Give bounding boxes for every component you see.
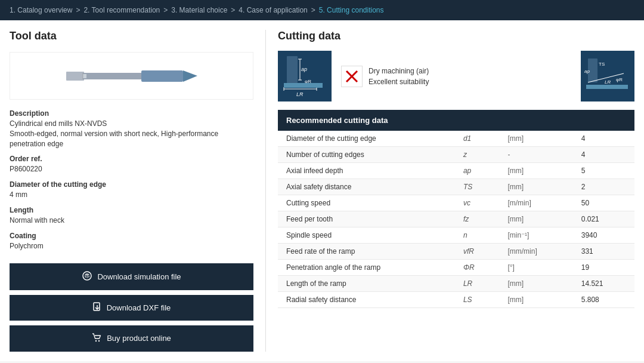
x-icon <box>341 66 363 87</box>
param-symbol: ΦR <box>455 260 500 276</box>
table-row: Radial safety distance LS [mm] 5.808 <box>278 292 634 308</box>
breadcrumb-item-5[interactable]: 5. Cutting conditions <box>319 6 384 14</box>
param-name: Length of the ramp <box>278 276 455 292</box>
param-unit: [m/min] <box>499 195 572 211</box>
param-value: 331 <box>573 244 634 260</box>
breadcrumb-sep-4: > <box>311 6 315 14</box>
ramp-diagram: TS LR ap φR <box>583 53 632 100</box>
download-simulation-label: Download simulation file <box>97 272 181 281</box>
table-row: Spindle speed n [min⁻¹] 3940 <box>278 227 634 244</box>
param-name: Diameter of the cutting edge <box>278 131 455 147</box>
svg-text:LR: LR <box>605 79 611 85</box>
simulation-icon: 3D <box>82 270 92 283</box>
order-value: P8600220 <box>10 164 253 174</box>
param-value: 4 <box>573 147 634 163</box>
download-simulation-button[interactable]: 3D Download simulation file <box>10 263 253 290</box>
cutting-diagram-1: ap LR φR <box>278 51 332 101</box>
order-label: Order ref. <box>10 155 253 163</box>
svg-point-11 <box>95 340 97 341</box>
param-name: Axial infeed depth <box>278 163 455 179</box>
breadcrumb-item-4[interactable]: 4. Case of application <box>239 6 307 14</box>
buy-product-button[interactable]: Buy product online <box>10 325 253 352</box>
description-section: Description Cylindrical end mills NX-NVD… <box>10 109 253 149</box>
table-header: Recommended cutting data <box>278 110 634 131</box>
order-section: Order ref. P8600220 <box>10 155 253 174</box>
description-line1: Cylindrical end mills NX-NVDS <box>10 119 253 129</box>
param-name: Number of cutting edges <box>278 147 455 163</box>
svg-rect-2 <box>141 70 183 82</box>
param-value: 0.021 <box>573 211 634 227</box>
svg-text:LR: LR <box>296 91 304 97</box>
coating-label: Coating <box>10 232 253 240</box>
table-row: Diameter of the cutting edge d1 [mm] 4 <box>278 131 634 147</box>
description-line2: Smooth-edged, normal version with short … <box>10 129 253 149</box>
param-symbol: LS <box>455 292 500 308</box>
param-value: 2 <box>573 179 634 195</box>
breadcrumb-item-1[interactable]: 1. Catalog overview <box>10 6 72 14</box>
param-value: 19 <box>573 260 634 276</box>
svg-text:ap: ap <box>584 69 590 74</box>
main-content: Tool data Description Cylindrical end mi… <box>0 20 644 361</box>
cutting-data-title: Cutting data <box>278 30 634 42</box>
param-value: 5 <box>573 163 634 179</box>
param-name: Feed rate of the ramp <box>278 244 455 260</box>
length-label: Length <box>10 206 253 214</box>
param-value: 3940 <box>573 227 634 244</box>
table-row: Feed per tooth fz [mm] 0.021 <box>278 211 634 227</box>
breadcrumb-sep-1: > <box>76 6 80 14</box>
svg-text:TS: TS <box>599 61 605 67</box>
download-dxf-button[interactable]: Download DXF file <box>10 295 253 321</box>
param-value: 5.808 <box>573 292 634 308</box>
param-unit: [mm] <box>499 163 572 179</box>
dry-machining-section: Dry machining (air) Excellent suitabilit… <box>341 66 429 87</box>
breadcrumb-sep-2: > <box>163 6 168 14</box>
table-row: Length of the ramp LR [mm] 14.521 <box>278 276 634 292</box>
cutting-data-table-container: Recommended cutting data Diameter of the… <box>278 110 634 308</box>
param-name: Feed per tooth <box>278 211 455 227</box>
buy-product-label: Buy product online <box>107 334 171 343</box>
tool-image-area <box>10 52 253 100</box>
coating-section: Coating Polychrom <box>10 232 253 251</box>
dry-machining-text: Dry machining (air) Excellent suitabilit… <box>369 66 429 87</box>
param-unit: [mm] <box>499 211 572 227</box>
svg-text:ap: ap <box>301 66 307 72</box>
ap-lr-diagram: ap LR φR <box>281 53 329 100</box>
breadcrumb: 1. Catalog overview > 2. Tool recommenda… <box>0 0 644 20</box>
param-unit: [°] <box>499 260 572 276</box>
diameter-label: Diameter of the cutting edge <box>10 180 253 189</box>
param-name: Spindle speed <box>278 227 455 244</box>
svg-marker-3 <box>183 70 197 82</box>
param-unit: [mm] <box>499 131 572 147</box>
diameter-section: Diameter of the cutting edge 4 mm <box>10 180 253 200</box>
length-value: Normal with neck <box>10 216 253 226</box>
table-row: Axial safety distance TS [mm] 2 <box>278 179 634 195</box>
param-symbol: vc <box>455 195 500 211</box>
param-unit: [mm] <box>499 292 572 308</box>
svg-text:φR: φR <box>616 77 623 82</box>
cutting-data-table: Diameter of the cutting edge d1 [mm] 4 N… <box>278 131 634 308</box>
param-name: Cutting speed <box>278 195 455 211</box>
breadcrumb-item-2[interactable]: 2. Tool recommendation <box>83 6 160 14</box>
dxf-icon <box>92 302 102 313</box>
table-row: Axial infeed depth ap [mm] 5 <box>278 163 634 179</box>
dry-machining-line2: Excellent suitability <box>369 76 429 87</box>
param-value: 50 <box>573 195 634 211</box>
tool-data-title: Tool data <box>10 30 253 42</box>
param-symbol: d1 <box>455 131 500 147</box>
param-unit: [mm/min] <box>499 244 572 260</box>
right-panel: Cutting data ap LR <box>266 30 634 352</box>
breadcrumb-item-3[interactable]: 3. Material choice <box>171 6 227 14</box>
length-section: Length Normal with neck <box>10 206 253 226</box>
coating-value: Polychrom <box>10 241 253 251</box>
svg-rect-23 <box>284 83 323 88</box>
param-unit: [min⁻¹] <box>499 227 572 244</box>
download-dxf-label: Download DXF file <box>107 303 171 312</box>
param-unit: [mm] <box>499 179 572 195</box>
param-unit: [mm] <box>499 276 572 292</box>
param-value: 14.521 <box>573 276 634 292</box>
param-name: Radial safety distance <box>278 292 455 308</box>
cart-icon <box>92 333 102 344</box>
param-unit: - <box>499 147 572 163</box>
param-symbol: ap <box>455 163 500 179</box>
svg-rect-13 <box>287 56 298 83</box>
